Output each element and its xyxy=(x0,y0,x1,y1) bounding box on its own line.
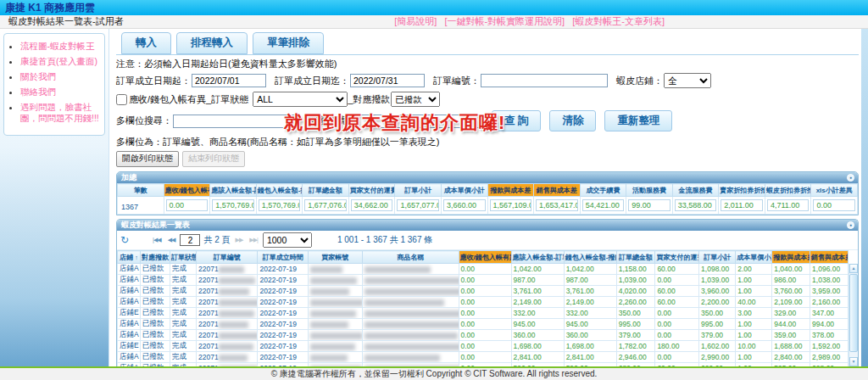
last-page-icon[interactable]: ▶▶| xyxy=(248,237,259,243)
link-article-list[interactable]: [蝦皮對帳王-文章列表] xyxy=(572,16,665,26)
redacted-order-suffix xyxy=(219,355,248,361)
clear-button[interactable]: 清除 xyxy=(549,110,596,131)
first-page-icon[interactable]: |◀◀ xyxy=(151,237,163,243)
cell-amount: 987.00 xyxy=(564,275,616,286)
table-row[interactable]: 店鋪A 已撥款 完成 22071 2022-07-19 0.003,761.00… xyxy=(118,286,849,297)
results-col-header[interactable]: 買家帳號 xyxy=(308,251,362,264)
results-panel: 蝦皮對帳結果一覽表 ● ↻ |◀◀ ◀◀ 共 2 頁 ▶▶ ▶▶| 1000 1… xyxy=(116,219,859,366)
results-col-header[interactable]: 訂單小計 xyxy=(699,251,736,264)
print-end-button[interactable]: 結束列印狀態 xyxy=(182,151,245,167)
tab-single-exclude[interactable]: 單筆排除 xyxy=(253,32,324,54)
sidebar-item-facebook-group[interactable]: 遇到問題，臉書社團，問問題不用錢!!! xyxy=(20,102,102,124)
order-no-input[interactable] xyxy=(481,74,608,87)
results-col-header[interactable]: 銷售與成本差 xyxy=(810,251,849,264)
diff-only-checkbox[interactable] xyxy=(116,94,127,105)
cell-amount: 1,039.00 xyxy=(699,275,736,286)
cell-amount: 347.00 xyxy=(810,308,849,319)
multi-search-input[interactable] xyxy=(173,115,300,128)
grid-scrollbar[interactable]: ▲ ▼ xyxy=(849,264,858,366)
cell-amount: 1.00 xyxy=(736,319,772,330)
sidebar-item-about[interactable]: 關於我們 xyxy=(20,71,102,82)
next-page-icon[interactable]: ▶▶ xyxy=(234,237,245,243)
scrollbar-thumb[interactable] xyxy=(849,274,858,352)
cell-status: 完成 xyxy=(170,286,197,297)
cell-amount: 1,042.00 xyxy=(564,264,616,275)
table-row[interactable]: 店鋪A 已撥款 完成 22071 2022-07-19 0.001,042.00… xyxy=(118,264,849,275)
red-stamp-text: 就回到原本查詢的介面囉! xyxy=(284,110,505,136)
print-start-button[interactable]: 開啟列印狀態 xyxy=(116,151,179,167)
link-quick-help[interactable]: [簡易說明] xyxy=(394,16,437,26)
date-to-input[interactable] xyxy=(350,74,425,87)
summary-col-header: 應收/錢包入帳有異 xyxy=(164,184,210,197)
cell-shop: 店鋪A xyxy=(118,352,141,363)
date-from-label: 訂單成立日期起： xyxy=(116,75,191,87)
summary-value-cell: 1,653,417.00 xyxy=(534,197,581,215)
cell-amount: 332.00 xyxy=(511,308,564,319)
table-row[interactable]: 店鋪A 已撥款 完成 22071 2022-07-19 0.00945.0094… xyxy=(118,319,849,330)
summary-value-cell: 34,662.00 xyxy=(348,197,395,215)
refresh-grid-icon[interactable]: ↻ xyxy=(120,234,129,246)
table-row[interactable]: 店鋪A 已撥款 完成 22071 2022-07-19 0.00987.0098… xyxy=(118,275,849,286)
menu-bar: 蝦皮對帳結果一覽表-試用者 [簡易說明] [一鍵對帳-對帳實際運用說明] [蝦皮… xyxy=(0,15,868,29)
sidebar-item-flowchart[interactable]: 流程圖-蝦皮對帳王 xyxy=(20,41,102,52)
cell-amount: 2,109.00 xyxy=(772,297,810,308)
cell-amount: 10.00 xyxy=(736,341,772,352)
redacted-order-suffix xyxy=(219,332,258,339)
cell-amount: 2,149.00 xyxy=(564,297,616,308)
page-size-select[interactable]: 1000 xyxy=(263,232,312,248)
results-col-header[interactable]: 對應撥款 xyxy=(140,251,170,264)
results-col-header[interactable]: 應該入帳金額-訂單 xyxy=(511,251,564,264)
results-col-header[interactable]: 撥款與成本差 xyxy=(772,251,810,264)
redacted-order-suffix xyxy=(219,344,253,350)
summary-col-header: 銷售與成本差 xyxy=(534,184,581,197)
link-reconcile-guide[interactable]: [一鍵對帳-對帳實際運用說明] xyxy=(444,16,565,26)
disburse-select[interactable]: 已撥款 xyxy=(391,92,440,107)
scroll-down-icon[interactable]: ▼ xyxy=(849,357,858,366)
results-col-header[interactable]: 訂單狀態 xyxy=(170,251,197,264)
table-row[interactable]: 店鋪E 已撥款 完成 22071 2022-07-19 0.00332.0033… xyxy=(118,308,849,319)
table-row[interactable]: 店鋪E 已撥款 完成 22071 2022-07-19 0.001,698.00… xyxy=(118,341,849,352)
scroll-up-icon[interactable]: ▲ xyxy=(849,264,858,273)
results-col-header[interactable]: 訂單編號 xyxy=(197,251,258,264)
results-col-header[interactable]: 錢包入帳金額-撥款 xyxy=(564,251,616,264)
cell-shop: 店鋪E xyxy=(118,341,141,352)
cell-shop: 店鋪A xyxy=(118,330,141,341)
date-to-label: 訂單成立日期迄： xyxy=(275,75,349,87)
summary-value-cell: 1,570,769.00 xyxy=(210,197,257,215)
results-col-header[interactable]: 訂單總金額 xyxy=(616,251,655,264)
order-status-select[interactable]: ALL xyxy=(253,92,348,107)
cell-product xyxy=(362,352,459,363)
page-number-input[interactable] xyxy=(180,234,200,246)
prev-page-icon[interactable]: ◀◀ xyxy=(166,237,177,243)
cell-buyer xyxy=(308,308,362,319)
results-col-header[interactable]: 成本單價小計 xyxy=(736,251,772,264)
results-col-header[interactable]: 訂單成立時間 xyxy=(258,251,308,264)
results-col-header[interactable]: 買家支付的運費 xyxy=(655,251,699,264)
refresh-button[interactable]: 重新整理 xyxy=(604,110,672,131)
results-col-header[interactable]: 商品名稱 xyxy=(362,251,459,264)
shop-select[interactable]: 全 xyxy=(664,73,711,88)
sidebar-item-contact[interactable]: 聯絡我們 xyxy=(20,87,102,98)
date-from-input[interactable] xyxy=(192,74,266,87)
results-panel-title: 蝦皮對帳結果一覽表 xyxy=(121,221,190,229)
cell-order-no: 22071 xyxy=(197,297,258,308)
summary-value-cell: 33,588.00 xyxy=(672,197,719,215)
results-collapse-icon[interactable]: ● xyxy=(847,221,854,229)
table-row[interactable]: 店鋪A 已撥款 完成 22071 2022-07-19 0.00360.0036… xyxy=(118,330,849,341)
cell-diff: 0.00 xyxy=(459,286,511,297)
sidebar: 流程圖-蝦皮對帳王 康捷首頁(登入畫面) 關於我們 聯絡我們 遇到問題，臉書社團… xyxy=(0,29,108,366)
summary-collapse-icon[interactable]: ● xyxy=(847,174,854,182)
summary-value-cell: 1,567,109.00 xyxy=(487,197,534,215)
cell-amount: 359.00 xyxy=(772,330,810,341)
tab-import[interactable]: 轉入 xyxy=(121,32,171,54)
redacted-buyer xyxy=(310,355,348,361)
results-col-header[interactable]: 應收/錢包入帳有異 xyxy=(459,251,511,264)
results-col-header[interactable]: 店鋪 ↑ xyxy=(118,251,141,264)
sidebar-item-home[interactable]: 康捷首頁(登入畫面) xyxy=(20,56,102,67)
table-row[interactable]: 店鋪A 已撥款 完成 22071 2022-07-19 0.002,841.00… xyxy=(118,352,849,363)
redacted-product xyxy=(364,288,459,295)
cell-amount: 2,989.00 xyxy=(810,352,849,363)
table-row[interactable]: 店鋪A 已撥款 完成 22071 2022-07-19 0.002,149.00… xyxy=(118,297,849,308)
tab-scheduled-import[interactable]: 排程轉入 xyxy=(176,32,248,54)
cell-disburse: 已撥款 xyxy=(140,341,170,352)
